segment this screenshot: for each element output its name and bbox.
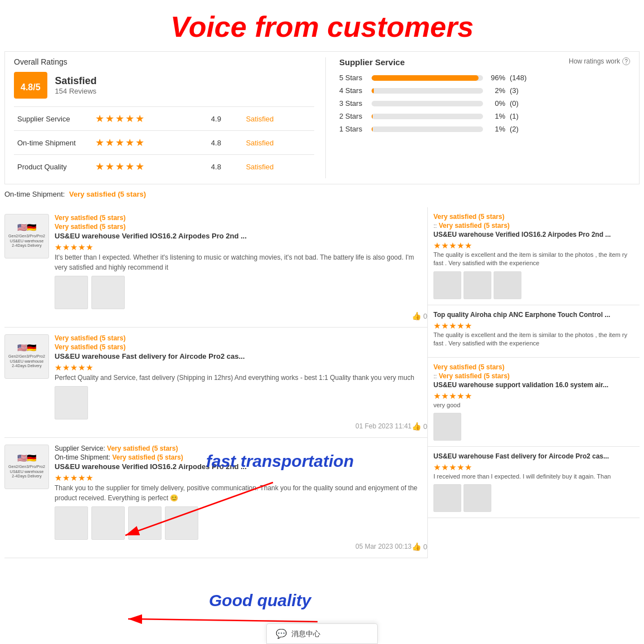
shipment2-label-1: Very satisfied (5 stars) (55, 343, 427, 351)
like-row-1[interactable]: 👍 0 (412, 422, 427, 431)
product-thumb-img-2: 🇺🇸🇩🇪 Gen2/Gen3/Pro/Pro2US&EU warehouse2-… (4, 445, 49, 489)
review-images (55, 386, 427, 419)
bar-count-1: (3) (510, 86, 519, 95)
review-image[interactable] (91, 276, 125, 309)
chat-bar[interactable]: 💬 消息中心 (266, 623, 378, 644)
cat-score-2: 4.8 (208, 155, 243, 179)
bar-label-2: 3 Stars (339, 99, 367, 108)
bar-count-2: (0) (510, 99, 519, 108)
ratings-table: Supplier Service ★★★★★ 4.9 Satisfied On-… (14, 106, 314, 178)
star-icon: ★ (105, 136, 114, 149)
help-icon[interactable]: ? (622, 57, 630, 65)
review-text-1: Perfect Quality and Service, fast delive… (55, 373, 427, 383)
star-icon: ★ (115, 160, 124, 173)
star-icon: ★ (465, 321, 472, 331)
review-text-0: It's better than I expected. Whether it'… (55, 252, 427, 272)
star-icon: ★ (78, 473, 85, 483)
star-icon: ★ (449, 391, 456, 401)
category-name-2: Product Quality (14, 155, 92, 179)
review-image[interactable] (55, 506, 88, 540)
stars-1: ★★★★★ (55, 363, 427, 373)
like-icon-2: 👍 (412, 542, 421, 551)
review-footer-1: 01 Feb 2023 11:41 👍 0 (55, 422, 427, 431)
star-icon: ★ (95, 160, 104, 173)
bar-count-0: (148) (510, 74, 526, 82)
score-badge: 4.8/5 (14, 72, 47, 99)
review-date-2: 05 Mar 2023 00:13 (355, 543, 412, 550)
star-icon: ★ (62, 242, 70, 252)
star-icon: ★ (70, 363, 77, 373)
reviews-right: Very satisfied (5 stars) :: Very satisfi… (428, 207, 640, 558)
how-ratings[interactable]: How ratings work ? (569, 57, 630, 65)
bar-pct-0: 96% (487, 74, 505, 82)
review-footer-0: 👍 0 (55, 311, 427, 320)
star-icon: ★ (95, 136, 104, 149)
cat-status-0: Satisfied (242, 107, 314, 131)
like-row-0[interactable]: 👍 0 (412, 311, 427, 320)
chat-label: 消息中心 (291, 629, 320, 639)
right-product-title-1: Top quality Airoha chip ANC Earphone Tou… (433, 311, 634, 319)
bar-fill-0 (372, 75, 479, 81)
stars-row-1: ★★★★★ (95, 136, 204, 149)
right-shipment2-0: :: Very satisfied (5 stars) (433, 222, 634, 230)
star-icon: ★ (125, 160, 134, 173)
star-icon: ★ (78, 363, 85, 373)
right-review-image[interactable] (464, 271, 491, 299)
category-name-0: Supplier Service (14, 107, 92, 131)
like-row-2[interactable]: 👍 0 (412, 542, 427, 551)
bar-track-0 (372, 75, 483, 81)
product-thumb-img-0: 🇺🇸🇩🇪 Gen2/Gen3/Pro/Pro2US&EU warehouse2-… (4, 214, 49, 258)
category-name-1: On-time Shipment (14, 131, 92, 155)
stars-0: ★★★★★ (55, 242, 427, 252)
review-image[interactable] (165, 506, 198, 540)
star-icon: ★ (70, 242, 77, 252)
review-item-left-2: 🇺🇸🇩🇪 Gen2/Gen3/Pro/Pro2US&EU warehouse2-… (4, 438, 427, 558)
review-image[interactable] (55, 386, 88, 419)
review-image[interactable] (91, 506, 125, 540)
like-icon-0: 👍 (412, 311, 421, 320)
review-count: 154 Reviews (55, 87, 97, 95)
bar-label-0: 5 Stars (339, 74, 367, 82)
right-stars-2: ★★★★★ (433, 391, 634, 401)
review-image[interactable] (55, 276, 88, 309)
right-stars-0: ★★★★★ (433, 241, 634, 251)
right-review-image[interactable] (433, 484, 461, 512)
like-icon-1: 👍 (412, 422, 421, 431)
bar-pct-4: 1% (487, 125, 505, 133)
right-review-image[interactable] (494, 271, 521, 299)
review-image[interactable] (128, 506, 162, 540)
annotation-good-quality: Good quality (209, 591, 311, 610)
right-review-image[interactable] (433, 413, 461, 441)
right-review-image[interactable] (464, 484, 491, 512)
review-item-right-2: Very satisfied (5 stars) :: Very satisfi… (428, 358, 640, 447)
right-review-images-${i} (433, 413, 634, 441)
star-icon: ★ (441, 241, 448, 251)
bar-fill-3 (372, 114, 373, 119)
product-title-2: US&EU warehouse Verified IOS16.2 Airpode… (55, 462, 427, 471)
right-review-image[interactable] (433, 271, 461, 299)
right-review-text-2: very good (433, 401, 634, 409)
star-icon: ★ (125, 136, 134, 149)
shipment-label-0: Very satisfied (5 stars) (55, 214, 427, 222)
overall-score-row: 4.8/5 Satisfied 154 Reviews (14, 72, 314, 99)
star-icon: ★ (441, 391, 448, 401)
bar-track-1 (372, 88, 483, 94)
score-denom: /5 (33, 82, 40, 92)
svg-line-3 (128, 619, 318, 622)
review-item-left-1: 🇺🇸🇩🇪 Gen2/Gen3/Pro/Pro2US&EU warehouse2-… (4, 328, 427, 438)
right-product-title-0: US&EU warehouse Verified IOS16.2 Airpode… (433, 231, 634, 238)
stars-row-0: ★★★★★ (95, 113, 204, 125)
chat-icon: 💬 (276, 628, 287, 639)
star-icon: ★ (125, 113, 134, 125)
star-icon: ★ (457, 391, 464, 401)
right-review-images-${i} (433, 271, 634, 299)
right-review-text-0: The quality is excellent and the item is… (433, 251, 634, 268)
bar-count-3: (1) (510, 112, 519, 120)
right-product-title-2: US&EU warehouse support validation 16.0 … (433, 381, 634, 389)
bar-row-0: 5 Stars 96% (148) (339, 74, 630, 82)
reviews-area: 🇺🇸🇩🇪 Gen2/Gen3/Pro/Pro2US&EU warehouse2-… (0, 207, 644, 558)
star-icon: ★ (95, 113, 104, 125)
ratings-section: Overall Ratings 4.8/5 Satisfied 154 Revi… (4, 51, 640, 184)
filter-row: On-time Shipment: Very satisfied (5 star… (0, 184, 644, 202)
review-footer-2: 05 Mar 2023 00:13 👍 0 (55, 542, 427, 551)
